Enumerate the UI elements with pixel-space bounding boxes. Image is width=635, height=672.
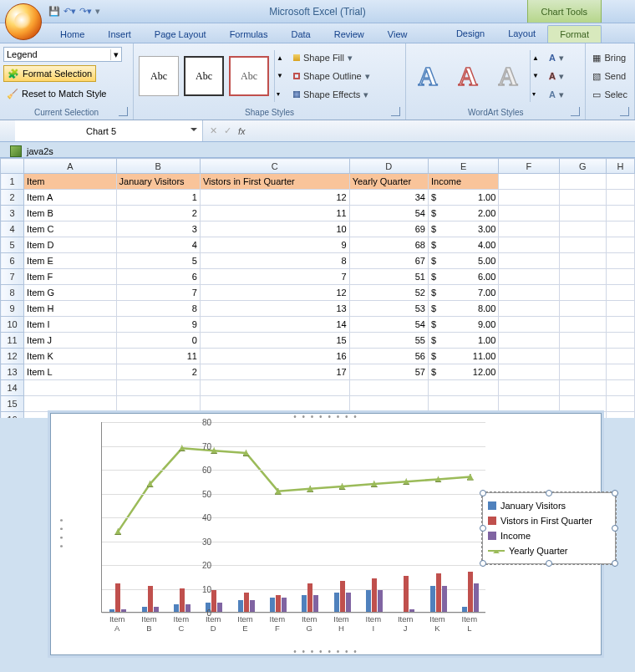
cell[interactable]: $6.00 bbox=[428, 269, 498, 285]
row-header[interactable]: 10 bbox=[1, 317, 24, 333]
bar-january-visitors[interactable] bbox=[302, 595, 307, 612]
bar-january-visitors[interactable] bbox=[238, 600, 243, 612]
row-header[interactable]: 2 bbox=[1, 190, 24, 206]
bar-january-visitors[interactable] bbox=[462, 607, 467, 612]
bar-vistors-in-first-quarter[interactable] bbox=[211, 590, 216, 612]
cell[interactable]: 10 bbox=[200, 221, 349, 237]
cell[interactable]: $3.00 bbox=[428, 221, 498, 237]
bar-income[interactable] bbox=[217, 603, 222, 612]
row-header[interactable]: 11 bbox=[1, 333, 24, 349]
reset-style-button[interactable]: 🧹Reset to Match Style bbox=[3, 85, 110, 102]
name-box[interactable]: Chart 5 bbox=[15, 120, 203, 141]
row-header[interactable]: 5 bbox=[1, 237, 24, 253]
legend-item[interactable]: Vistors in First Quarter bbox=[488, 513, 610, 528]
cell[interactable]: 0 bbox=[116, 333, 200, 349]
tab-design[interactable]: Design bbox=[444, 25, 496, 43]
save-icon[interactable]: 💾 bbox=[48, 6, 60, 17]
cell[interactable]: 13 bbox=[200, 301, 349, 317]
wordart-style-1[interactable]: A bbox=[409, 56, 446, 96]
row-header[interactable]: 4 bbox=[1, 221, 24, 237]
cell[interactable]: Item E bbox=[24, 253, 116, 269]
cell[interactable]: Item D bbox=[24, 237, 116, 253]
legend-item[interactable]: Income bbox=[488, 528, 610, 543]
bar-income[interactable] bbox=[121, 609, 126, 612]
cell[interactable]: 68 bbox=[349, 237, 428, 253]
bar-income[interactable] bbox=[378, 590, 383, 612]
chevron-down-icon[interactable]: ▼ bbox=[532, 72, 539, 79]
legend-item[interactable]: Yearly Quarter bbox=[488, 543, 610, 558]
bar-vistors-in-first-quarter[interactable] bbox=[244, 593, 249, 612]
bar-income[interactable] bbox=[250, 600, 255, 612]
tab-home[interactable]: Home bbox=[48, 26, 96, 43]
bar-vistors-in-first-quarter[interactable] bbox=[436, 573, 441, 612]
cell[interactable]: 12 bbox=[200, 190, 349, 206]
col-header[interactable]: B bbox=[116, 159, 200, 174]
wordart-style-3[interactable]: A bbox=[490, 56, 526, 96]
chevron-up-icon[interactable]: ▲ bbox=[277, 54, 283, 62]
chart-plot-area[interactable] bbox=[101, 422, 485, 613]
cell[interactable]: 6 bbox=[116, 269, 200, 285]
undo-icon[interactable]: ↶▾ bbox=[64, 6, 76, 17]
row-header[interactable]: 14 bbox=[1, 380, 24, 396]
cell[interactable]: 5 bbox=[116, 253, 200, 269]
bar-january-visitors[interactable] bbox=[174, 604, 179, 612]
bar-vistors-in-first-quarter[interactable] bbox=[148, 586, 153, 612]
cell[interactable]: Item A bbox=[24, 190, 116, 206]
chart-element-combo[interactable]: Legend▾ bbox=[3, 47, 122, 62]
cell[interactable]: $11.00 bbox=[428, 349, 498, 364]
selection-pane-button[interactable]: ▭Selec bbox=[589, 86, 631, 103]
bar-vistors-in-first-quarter[interactable] bbox=[180, 588, 185, 613]
tab-layout[interactable]: Layout bbox=[496, 25, 547, 43]
cell[interactable]: 67 bbox=[349, 253, 428, 269]
bar-income[interactable] bbox=[442, 586, 447, 612]
bar-income[interactable] bbox=[474, 583, 479, 612]
cell[interactable]: 1 bbox=[116, 190, 200, 206]
col-header[interactable]: H bbox=[606, 159, 634, 174]
row-header[interactable]: 3 bbox=[1, 206, 24, 221]
cell[interactable]: 11 bbox=[116, 349, 200, 364]
bar-january-visitors[interactable] bbox=[270, 598, 275, 612]
col-header[interactable]: G bbox=[559, 159, 606, 174]
cell[interactable]: $9.00 bbox=[428, 317, 498, 333]
tab-page-layout[interactable]: Page Layout bbox=[143, 26, 218, 43]
shape-effects-button[interactable]: Shape Effects▾ bbox=[290, 86, 373, 103]
col-header[interactable]: C bbox=[200, 159, 349, 174]
row-header[interactable]: 12 bbox=[1, 349, 24, 364]
cell[interactable]: 11 bbox=[200, 206, 349, 221]
cell[interactable]: $4.00 bbox=[428, 237, 498, 253]
cell[interactable]: 7 bbox=[200, 269, 349, 285]
redo-icon[interactable]: ↷▾ bbox=[79, 6, 92, 17]
cell[interactable]: 12 bbox=[200, 285, 349, 301]
tab-view[interactable]: View bbox=[376, 26, 419, 43]
cell[interactable]: Item J bbox=[24, 333, 116, 349]
header-cell[interactable]: Item bbox=[24, 174, 116, 190]
text-outline-button[interactable]: A▾ bbox=[546, 68, 567, 84]
cell[interactable]: Item B bbox=[24, 206, 116, 221]
cell[interactable]: Item K bbox=[24, 349, 116, 364]
col-header[interactable] bbox=[1, 159, 24, 174]
shape-style-2[interactable]: Abc bbox=[184, 56, 224, 96]
format-selection-button[interactable]: 🧩Format Selection bbox=[3, 65, 96, 82]
cell[interactable]: 54 bbox=[349, 317, 428, 333]
bar-income[interactable] bbox=[409, 609, 414, 612]
col-header[interactable]: A bbox=[24, 159, 116, 174]
cell[interactable]: 34 bbox=[349, 190, 428, 206]
tab-data[interactable]: Data bbox=[279, 26, 322, 43]
cell[interactable]: 9 bbox=[116, 317, 200, 333]
cell[interactable]: $1.00 bbox=[428, 190, 498, 206]
col-header[interactable]: F bbox=[499, 159, 559, 174]
cell[interactable]: 53 bbox=[349, 301, 428, 317]
chart-legend[interactable]: January VisitorsVistors in First Quarter… bbox=[482, 492, 616, 564]
fx-icon[interactable]: fx bbox=[238, 126, 246, 136]
more-styles-icon[interactable]: ▾ bbox=[277, 90, 283, 98]
cell[interactable]: Item L bbox=[24, 364, 116, 380]
bar-income[interactable] bbox=[346, 593, 351, 612]
cell[interactable]: 2 bbox=[116, 364, 200, 380]
bar-vistors-in-first-quarter[interactable] bbox=[340, 581, 345, 612]
row-header[interactable]: 8 bbox=[1, 285, 24, 301]
cell[interactable]: 17 bbox=[200, 364, 349, 380]
col-header[interactable]: D bbox=[349, 159, 428, 174]
tab-format[interactable]: Format bbox=[547, 25, 602, 43]
cell[interactable]: 4 bbox=[116, 237, 200, 253]
shape-style-1[interactable]: Abc bbox=[139, 56, 179, 96]
